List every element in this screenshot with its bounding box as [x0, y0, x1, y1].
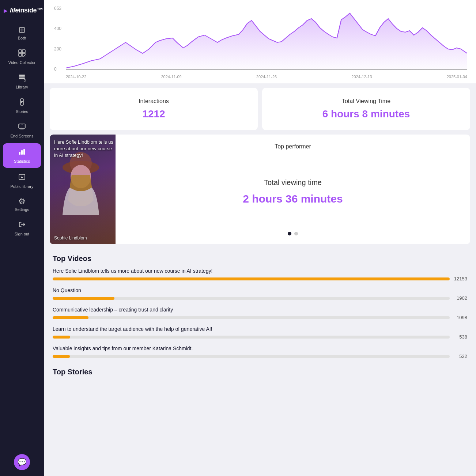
svg-rect-6	[19, 76, 25, 78]
bar-fill-2	[53, 297, 114, 300]
bar-fill-4	[53, 336, 70, 339]
stats-row: Interactions 1212 Total Viewing Time 6 h…	[44, 88, 476, 135]
list-item: Here Sofie Lindblom tells us more about …	[53, 268, 467, 282]
viewing-time-card: Total Viewing Time 6 hours 8 minutes	[262, 88, 470, 130]
performer-info: Top performer Total viewing time 2 hours…	[116, 135, 470, 244]
svg-rect-11	[21, 102, 22, 103]
sign-out-icon	[18, 220, 26, 230]
top-videos-title: Top Videos	[53, 252, 467, 263]
performer-time-value: 2 hours 36 minutes	[243, 193, 343, 205]
video-title-1: Here Sofie Lindblom tells us more about …	[53, 268, 467, 274]
x-axis-labels: 2024-10-22 2024-11-09 2024-11-26 2024-12…	[66, 73, 467, 79]
dot-2[interactable]	[294, 232, 298, 235]
bar-row-5: 522	[53, 354, 467, 359]
bar-track-5	[53, 355, 450, 358]
svg-rect-15	[21, 150, 23, 155]
svg-rect-9	[20, 99, 23, 105]
sidebar-bottom: 💬	[0, 450, 44, 470]
performer-video-text: Here Sofie Lindblom tells us more about …	[54, 139, 116, 159]
x-label-1: 2024-11-09	[161, 75, 181, 79]
bar-row-3: 1098	[53, 315, 467, 320]
svg-rect-10	[21, 101, 23, 102]
list-item: Valuable insights and tips from our memb…	[53, 345, 467, 359]
sidebar-item-stories[interactable]: Stories	[0, 94, 44, 118]
bar-row-1: 12153	[53, 276, 467, 282]
video-title-2: No Question	[53, 287, 467, 293]
sidebar-item-both-label: Both	[18, 36, 26, 40]
top-stories-title: Top Stories	[53, 365, 467, 376]
svg-rect-1	[22, 50, 25, 53]
sidebar-item-public-library[interactable]: Public library	[0, 169, 44, 193]
svg-point-8	[24, 80, 26, 82]
bar-fill-3	[53, 316, 88, 319]
y-label-200: 200	[54, 46, 64, 52]
interactions-card: Interactions 1212	[50, 88, 258, 130]
bar-fill-5	[53, 355, 70, 358]
logo: ▶ lifeinside™	[0, 0, 44, 22]
list-item: Communicative leadership – creating trus…	[53, 307, 467, 320]
bar-count-2: 1902	[453, 295, 467, 301]
sidebar-item-both[interactable]: ⊞ Both	[0, 22, 44, 45]
library-icon	[18, 73, 26, 83]
sidebar-item-stories-label: Stories	[16, 109, 28, 114]
bar-row-2: 1902	[53, 295, 467, 301]
sidebar-item-statistics-label: Statistics	[14, 159, 30, 163]
svg-rect-13	[19, 124, 25, 128]
video-title-4: Learn to understand the target audience …	[53, 326, 467, 332]
y-label-max: 653	[54, 6, 64, 11]
performer-time-label: Total viewing time	[264, 178, 322, 187]
sidebar-item-settings-label: Settings	[15, 207, 29, 212]
bar-track-1	[53, 277, 450, 280]
x-label-3: 2024-12-13	[351, 75, 372, 79]
x-label-0: 2024-10-22	[66, 75, 86, 79]
sidebar-item-library[interactable]: Library	[0, 69, 44, 94]
main-content: 653 400 200 0	[44, 0, 476, 476]
top-videos-section: Top Videos Here Sofie Lindblom tells us …	[44, 249, 476, 386]
svg-rect-2	[19, 53, 22, 56]
performer-video-name: Sophie Lindblom	[54, 235, 87, 241]
sidebar-item-statistics[interactable]: Statistics	[3, 143, 41, 168]
sidebar-item-sign-out-label: Sign out	[15, 232, 29, 236]
list-item: Learn to understand the target audience …	[53, 326, 467, 340]
logo-text: lifeinside™	[10, 7, 43, 14]
sidebar-item-sign-out[interactable]: Sign out	[0, 216, 44, 241]
svg-rect-16	[23, 149, 25, 155]
video-title-3: Communicative leadership – creating trus…	[53, 307, 467, 313]
interactions-value: 1212	[58, 108, 249, 120]
sidebar-item-library-label: Library	[16, 85, 28, 89]
sidebar-item-end-screens[interactable]: End Screens	[0, 118, 44, 143]
bar-row-4: 538	[53, 334, 467, 340]
chart-area: 653 400 200 0	[44, 0, 476, 83]
interactions-label: Interactions	[58, 98, 249, 105]
svg-rect-5	[19, 75, 25, 76]
video-collector-icon	[18, 49, 26, 58]
dot-1[interactable]	[288, 232, 291, 235]
bar-count-1: 12153	[453, 276, 467, 282]
logo-play-icon: ▶	[4, 8, 8, 14]
svg-rect-14	[19, 152, 20, 155]
sidebar-item-end-screens-label: End Screens	[11, 134, 34, 138]
chat-button[interactable]: 💬	[14, 454, 30, 470]
top-performer-section: Here Sofie Lindblom tells us more about …	[50, 135, 470, 244]
y-label-400: 400	[54, 26, 64, 31]
chart-svg	[66, 6, 467, 72]
sidebar-item-video-collector[interactable]: Video Collector	[0, 45, 44, 69]
statistics-icon	[18, 148, 26, 157]
chart-svg-container: 2024-10-22 2024-11-09 2024-11-26 2024-12…	[66, 6, 467, 79]
y-label-0: 0	[54, 67, 64, 72]
sidebar-nav: ⊞ Both Video Collector	[0, 22, 44, 450]
viewing-time-label: Total Viewing Time	[271, 98, 461, 105]
bar-track-3	[53, 316, 450, 319]
public-library-icon	[18, 173, 26, 182]
stories-icon	[18, 98, 26, 107]
sidebar: ▶ lifeinside™ ⊞ Both Video Collector	[0, 0, 44, 476]
x-label-2: 2024-11-26	[256, 75, 277, 79]
sidebar-item-video-collector-label: Video Collector	[8, 60, 35, 65]
bar-track-2	[53, 297, 450, 300]
performer-video: Here Sofie Lindblom tells us more about …	[50, 135, 116, 244]
sidebar-item-settings[interactable]: ⚙ Settings	[0, 193, 44, 216]
x-label-4: 2025-01-04	[447, 75, 467, 79]
bar-count-4: 538	[453, 334, 467, 340]
bar-track-4	[53, 336, 450, 339]
list-item: No Question 1902	[53, 287, 467, 301]
